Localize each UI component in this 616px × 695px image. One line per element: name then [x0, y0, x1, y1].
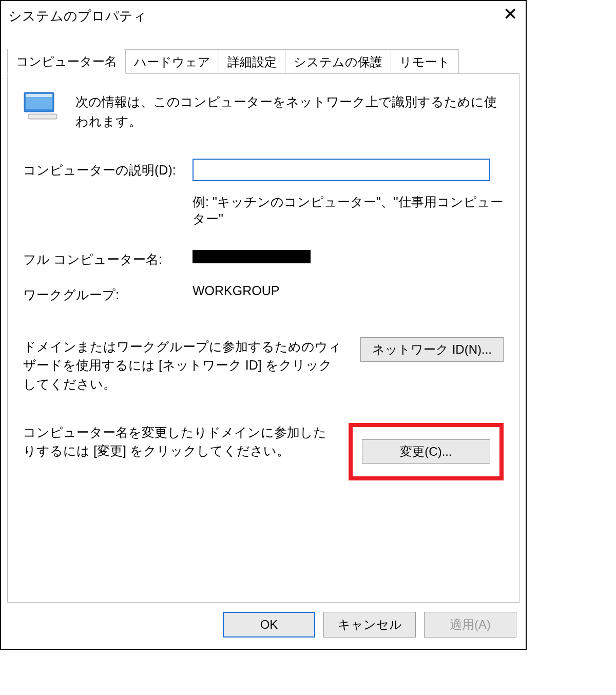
svg-rect-2: [26, 94, 52, 97]
description-row: コンピューターの説明(D): 例: "キッチンのコンピューター"、"仕事用コンピ…: [23, 159, 504, 248]
apply-button: 適用(A): [424, 612, 516, 638]
network-id-button[interactable]: ネットワーク ID(N)...: [360, 337, 504, 362]
system-properties-window: システムのプロパティ ✕ コンピューター名 ハードウェア 詳細設定 システムの保…: [0, 0, 527, 650]
change-button[interactable]: 変更(C)...: [362, 439, 490, 464]
svg-rect-4: [29, 115, 56, 118]
change-row: コンピューター名を変更したりドメインに参加したりするには [変更] をクリックし…: [23, 423, 504, 480]
network-id-row: ドメインまたはワークグループに参加するためのウィザードを使用するには [ネットワ…: [23, 337, 504, 393]
description-label: コンピューターの説明(D):: [23, 159, 192, 179]
tab-remote[interactable]: リモート: [391, 49, 459, 73]
description-input[interactable]: [192, 159, 490, 181]
tab-strip: コンピューター名 ハードウェア 詳細設定 システムの保護 リモート: [7, 49, 519, 74]
full-computer-name-value-redacted: [192, 250, 311, 263]
window-title: システムのプロパティ: [8, 5, 147, 25]
change-button-highlight: 変更(C)...: [349, 423, 504, 480]
tab-hardware[interactable]: ハードウェア: [125, 49, 219, 73]
titlebar: システムのプロパティ ✕: [1, 1, 526, 28]
full-computer-name-label: フル コンピューター名:: [23, 248, 192, 268]
ok-button[interactable]: OK: [223, 612, 315, 638]
intro-row: 次の情報は、このコンピューターをネットワーク上で識別するために使われます。: [23, 89, 504, 131]
change-text: コンピューター名を変更したりドメインに参加したりするには [変更] をクリックし…: [23, 423, 338, 460]
tabs-container: コンピューター名 ハードウェア 詳細設定 システムの保護 リモート 次の情報は、…: [1, 28, 526, 603]
close-icon[interactable]: ✕: [500, 5, 521, 23]
network-id-text: ドメインまたはワークグループに参加するためのウィザードを使用するには [ネットワ…: [23, 337, 341, 393]
workgroup-value: WORKGROUP: [192, 283, 504, 298]
info-grid: フル コンピューター名: ワークグループ: WORKGROUP: [23, 248, 504, 303]
tab-panel-computer-name: 次の情報は、このコンピューターをネットワーク上で識別するために使われます。 コン…: [7, 74, 519, 603]
tab-advanced[interactable]: 詳細設定: [219, 49, 285, 73]
intro-text: 次の情報は、このコンピューターをネットワーク上で識別するために使われます。: [75, 89, 504, 131]
dialog-footer: OK キャンセル 適用(A): [1, 603, 526, 649]
computer-icon: [23, 91, 61, 123]
tab-system-protection[interactable]: システムの保護: [285, 49, 391, 73]
description-example: 例: "キッチンのコンピューター"、"仕事用コンピューター": [192, 194, 504, 227]
workgroup-label: ワークグループ:: [23, 283, 192, 303]
cancel-button[interactable]: キャンセル: [323, 612, 416, 638]
tab-computer-name[interactable]: コンピューター名: [7, 49, 126, 74]
